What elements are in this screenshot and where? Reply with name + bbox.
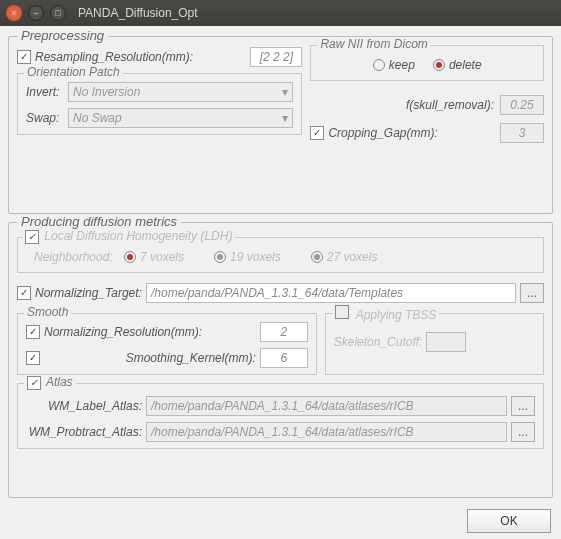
kernel-value[interactable]: 6	[260, 348, 308, 368]
neigh-7-label: 7 voxels	[140, 250, 184, 264]
kernel-label: Smoothing_Kernel(mm):	[44, 351, 260, 365]
swap-dropdown[interactable]: No Swap	[68, 108, 293, 128]
wm-label-label: WM_Label_Atlas:	[26, 399, 146, 413]
skull-label: f(skull_removal):	[310, 98, 500, 112]
wm-prob-field[interactable]: /home/panda/PANDA_1.3.1_64/data/atlases/…	[146, 422, 507, 442]
neigh-7-radio[interactable]	[124, 251, 136, 263]
skeleton-value[interactable]	[426, 332, 466, 352]
wm-label-browse[interactable]: ...	[511, 396, 535, 416]
keep-label: keep	[389, 58, 415, 72]
orientation-patch-group: Orientation Patch Invert: No Inversion S…	[17, 73, 302, 135]
close-icon[interactable]: ×	[6, 5, 22, 21]
raw-nii-legend: Raw NII from Dicom	[317, 37, 430, 51]
neigh-19-radio[interactable]	[214, 251, 226, 263]
delete-radio[interactable]	[433, 59, 445, 71]
window-body: Preprocessing Resampling_Resolution(mm):…	[0, 26, 561, 539]
metrics-group: Producing diffusion metrics Local Diffus…	[8, 222, 553, 498]
ldh-checkbox[interactable]	[25, 230, 39, 244]
smooth-group: Smooth Normalizing_Resolution(mm): 2 Smo…	[17, 313, 317, 375]
wm-prob-browse[interactable]: ...	[511, 422, 535, 442]
window-title: PANDA_Diffusion_Opt	[78, 6, 198, 20]
cropping-value[interactable]: 3	[500, 123, 544, 143]
cropping-label: Cropping_Gap(mm):	[328, 126, 500, 140]
wm-label-field[interactable]: /home/panda/PANDA_1.3.1_64/data/atlases/…	[146, 396, 507, 416]
atlas-checkbox[interactable]	[27, 376, 41, 390]
neigh-19-label: 19 voxels	[230, 250, 281, 264]
metrics-legend: Producing diffusion metrics	[17, 214, 181, 229]
resampling-checkbox[interactable]	[17, 50, 31, 64]
norm-res-value[interactable]: 2	[260, 322, 308, 342]
maximize-icon[interactable]: □	[50, 5, 66, 21]
raw-nii-group: Raw NII from Dicom keep delete	[310, 45, 544, 81]
delete-label: delete	[449, 58, 482, 72]
atlas-legend: Atlas	[24, 375, 76, 390]
resampling-value[interactable]: [2 2 2]	[250, 47, 302, 67]
minimize-icon[interactable]: −	[28, 5, 44, 21]
norm-res-checkbox[interactable]	[26, 325, 40, 339]
resampling-label: Resampling_Resolution(mm):	[35, 50, 193, 64]
invert-label: Invert:	[26, 85, 68, 99]
neigh-27-label: 27 voxels	[327, 250, 378, 264]
keep-radio[interactable]	[373, 59, 385, 71]
normalizing-target-label: Normalizing_Target:	[35, 286, 142, 300]
tbss-legend: Applying TBSS	[332, 305, 440, 322]
normalizing-target-browse[interactable]: ...	[520, 283, 544, 303]
preprocessing-group: Preprocessing Resampling_Resolution(mm):…	[8, 36, 553, 214]
preprocessing-legend: Preprocessing	[17, 28, 108, 43]
normalizing-target-checkbox[interactable]	[17, 286, 31, 300]
ok-button[interactable]: OK	[467, 509, 551, 533]
norm-res-label: Normalizing_Resolution(mm):	[44, 325, 260, 339]
invert-dropdown[interactable]: No Inversion	[68, 82, 293, 102]
neigh-27-radio[interactable]	[311, 251, 323, 263]
tbss-checkbox[interactable]	[335, 305, 349, 319]
ldh-group: Local Diffusion Homogeneity (LDH) Neighb…	[17, 237, 544, 273]
neighborhood-label: Neighborhood:	[34, 250, 124, 264]
orientation-legend: Orientation Patch	[24, 65, 123, 79]
skeleton-label: Skeleton_Cutoff:	[334, 335, 423, 349]
tbss-group: Applying TBSS Skeleton_Cutoff:	[325, 313, 544, 375]
kernel-checkbox[interactable]	[26, 351, 40, 365]
smooth-legend: Smooth	[24, 305, 71, 319]
cropping-checkbox[interactable]	[310, 126, 324, 140]
ldh-legend: Local Diffusion Homogeneity (LDH)	[22, 229, 235, 244]
skull-value[interactable]: 0.25	[500, 95, 544, 115]
normalizing-target-field[interactable]: /home/panda/PANDA_1.3.1_64/data/Template…	[146, 283, 516, 303]
wm-prob-label: WM_Probtract_Atlas:	[26, 425, 146, 439]
atlas-group: Atlas WM_Label_Atlas: /home/panda/PANDA_…	[17, 383, 544, 449]
titlebar: × − □ PANDA_Diffusion_Opt	[0, 0, 561, 26]
swap-label: Swap:	[26, 111, 68, 125]
